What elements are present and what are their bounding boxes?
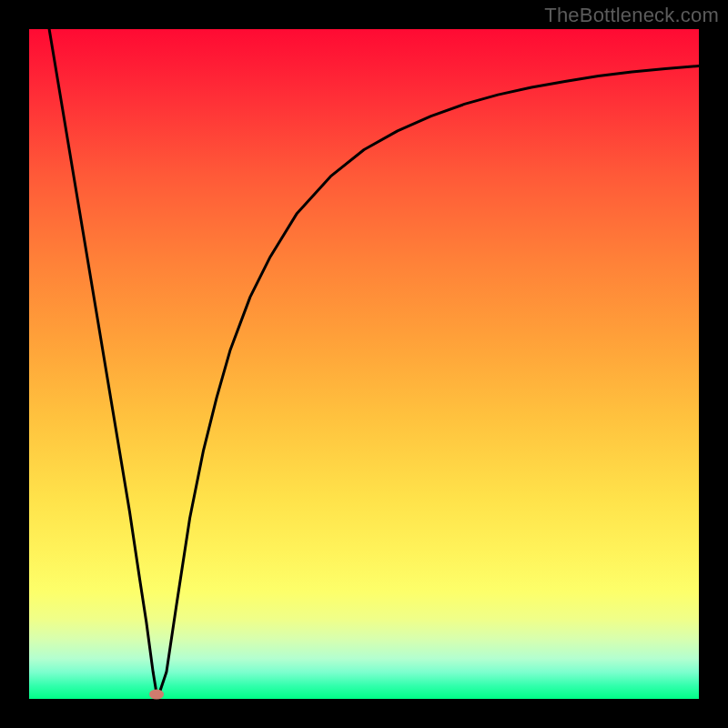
chart-frame: TheBottleneck.com	[0, 0, 728, 728]
plot-area	[29, 29, 699, 699]
bottleneck-curve	[29, 29, 699, 699]
optimum-marker	[149, 689, 164, 699]
watermark-text: TheBottleneck.com	[544, 4, 719, 27]
